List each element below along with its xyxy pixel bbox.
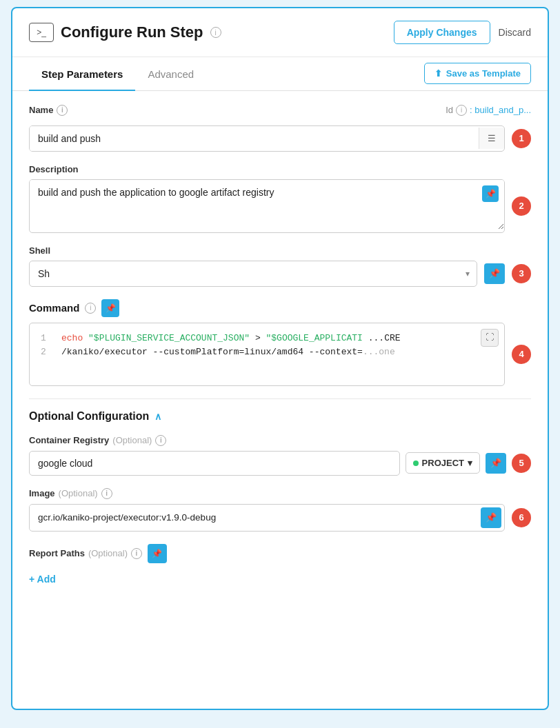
template-upload-icon: ⬆ bbox=[434, 68, 442, 79]
description-label: Description bbox=[29, 164, 531, 174]
shell-pin-button[interactable]: 📌 bbox=[484, 263, 505, 284]
tab-advanced[interactable]: Advanced bbox=[135, 57, 206, 91]
name-label: Name i bbox=[29, 105, 68, 116]
name-input-wrapper: ☰ bbox=[29, 125, 505, 152]
optional-config-title: Optional Configuration ∧ bbox=[29, 410, 531, 423]
shell-select[interactable]: Sh Bash PowerShell bbox=[30, 261, 459, 286]
shell-field-group: Shell Sh Bash PowerShell ▾ 📌 3 bbox=[29, 245, 531, 287]
code-editor-inner: 1 echo "$PLUGIN_SERVICE_ACCOUNT_JSON" > … bbox=[30, 323, 504, 385]
configure-run-step-modal: >_ Configure Run Step i Apply Changes Di… bbox=[11, 7, 549, 710]
save-as-template-button[interactable]: ⬆ Save as Template bbox=[424, 63, 531, 84]
description-field-row: build and push the application to google… bbox=[29, 179, 531, 233]
header-left: >_ Configure Run Step i bbox=[29, 23, 221, 42]
name-field-row: ☰ 1 bbox=[29, 125, 531, 152]
code-content-1: echo "$PLUGIN_SERVICE_ACCOUNT_JSON" > "$… bbox=[61, 332, 401, 346]
step-number-2: 2 bbox=[512, 196, 531, 216]
modal-header: >_ Configure Run Step i Apply Changes Di… bbox=[12, 8, 548, 57]
image-input[interactable] bbox=[30, 505, 478, 529]
expand-editor-button[interactable]: ⛶ bbox=[481, 329, 499, 347]
description-field-group: Description build and push the applicati… bbox=[29, 164, 531, 233]
registry-pin-icon: 📌 bbox=[490, 458, 501, 468]
command-label-row: Command i 📌 bbox=[29, 299, 531, 317]
name-list-icon[interactable]: ☰ bbox=[479, 128, 504, 149]
code-content-2: /kaniko/executor --customPlatform=linux/… bbox=[61, 345, 395, 360]
command-info-icon[interactable]: i bbox=[85, 303, 96, 314]
code-line-2: 2 /kaniko/executor --customPlatform=linu… bbox=[41, 345, 477, 360]
container-registry-field-group: Container Registry (Optional) i PROJECT … bbox=[29, 435, 531, 476]
step-number-4: 4 bbox=[512, 345, 531, 364]
step-number-6: 6 bbox=[512, 508, 531, 527]
name-info-icon[interactable]: i bbox=[57, 105, 68, 116]
command-section: Command i 📌 1 echo "$PLUGIN_SERVIC bbox=[29, 299, 531, 386]
description-textarea[interactable]: build and push the application to google… bbox=[30, 180, 504, 230]
command-pin-icon: 📌 bbox=[106, 303, 116, 313]
code-line-1: 1 echo "$PLUGIN_SERVICE_ACCOUNT_JSON" > … bbox=[41, 332, 477, 346]
modal-content: Name i Id i : build_and_p... bbox=[12, 91, 548, 599]
command-pin-button[interactable]: 📌 bbox=[101, 299, 119, 317]
container-registry-info-icon[interactable]: i bbox=[155, 435, 166, 446]
pin-icon: 📌 bbox=[486, 189, 496, 199]
description-pin-button[interactable]: 📌 bbox=[482, 185, 499, 202]
line-number-1: 1 bbox=[41, 332, 50, 346]
description-textarea-wrapper: build and push the application to google… bbox=[29, 179, 505, 233]
tabs-bar: Step Parameters Advanced ⬆ Save as Templ… bbox=[12, 57, 548, 91]
step-number-1: 1 bbox=[512, 129, 531, 148]
line-number-2: 2 bbox=[41, 345, 50, 360]
image-field-row: 📌 6 bbox=[29, 504, 531, 532]
shell-select-wrapper: Sh Bash PowerShell ▾ bbox=[29, 261, 477, 287]
image-label: Image (Optional) i bbox=[29, 488, 531, 499]
add-link[interactable]: + Add bbox=[29, 574, 56, 585]
report-pin-icon: 📌 bbox=[152, 549, 162, 558]
name-input[interactable] bbox=[30, 126, 479, 151]
terminal-icon: >_ bbox=[29, 23, 54, 42]
image-pin-button[interactable]: 📌 bbox=[481, 507, 501, 528]
shell-field-row: Sh Bash PowerShell ▾ 📌 3 bbox=[29, 261, 531, 287]
header-actions: Apply Changes Discard bbox=[394, 21, 531, 44]
command-code-editor[interactable]: 1 echo "$PLUGIN_SERVICE_ACCOUNT_JSON" > … bbox=[29, 323, 505, 386]
shell-pin-icon: 📌 bbox=[489, 268, 500, 279]
step-number-3: 3 bbox=[512, 264, 531, 283]
container-registry-input[interactable] bbox=[29, 451, 400, 476]
shell-chevron-icon: ▾ bbox=[459, 263, 477, 284]
report-paths-row: Report Paths (Optional) i 📌 bbox=[29, 544, 531, 563]
name-header-row: Name i Id i : build_and_p... bbox=[29, 105, 531, 121]
id-value: : build_and_p... bbox=[470, 105, 531, 115]
name-field-group: Name i Id i : build_and_p... bbox=[29, 105, 531, 152]
step-number-5: 5 bbox=[512, 454, 531, 473]
project-badge[interactable]: PROJECT ▾ bbox=[406, 452, 480, 474]
image-input-wrapper: 📌 bbox=[29, 504, 505, 532]
container-registry-row: PROJECT ▾ 📌 5 bbox=[29, 451, 531, 476]
image-pin-icon: 📌 bbox=[486, 512, 497, 523]
command-label: Command bbox=[29, 302, 79, 314]
image-field-group: Image (Optional) i 📌 6 bbox=[29, 488, 531, 532]
optional-config-chevron-icon[interactable]: ∧ bbox=[154, 411, 161, 422]
tab-step-parameters[interactable]: Step Parameters bbox=[29, 57, 135, 91]
container-registry-label: Container Registry (Optional) i bbox=[29, 435, 531, 446]
discard-button[interactable]: Discard bbox=[499, 27, 531, 38]
divider bbox=[29, 398, 531, 399]
image-info-icon[interactable]: i bbox=[101, 488, 112, 499]
title-info-icon[interactable]: i bbox=[210, 27, 221, 38]
report-paths-pin-button[interactable]: 📌 bbox=[148, 544, 167, 563]
command-editor-row: 1 echo "$PLUGIN_SERVICE_ACCOUNT_JSON" > … bbox=[29, 323, 531, 386]
page-title: Configure Run Step bbox=[61, 23, 203, 41]
expand-icon: ⛶ bbox=[486, 332, 494, 343]
id-info-icon[interactable]: i bbox=[456, 105, 467, 116]
tabs-left: Step Parameters Advanced bbox=[29, 57, 206, 90]
report-paths-info-icon[interactable]: i bbox=[131, 548, 142, 559]
project-chevron-icon: ▾ bbox=[468, 458, 472, 468]
shell-label: Shell bbox=[29, 245, 531, 256]
container-registry-pin-button[interactable]: 📌 bbox=[486, 453, 506, 474]
id-label: Id i : build_and_p... bbox=[446, 105, 531, 116]
report-paths-label: Report Paths (Optional) i bbox=[29, 548, 142, 559]
apply-changes-button[interactable]: Apply Changes bbox=[394, 21, 490, 44]
project-dot-icon bbox=[413, 461, 419, 466]
